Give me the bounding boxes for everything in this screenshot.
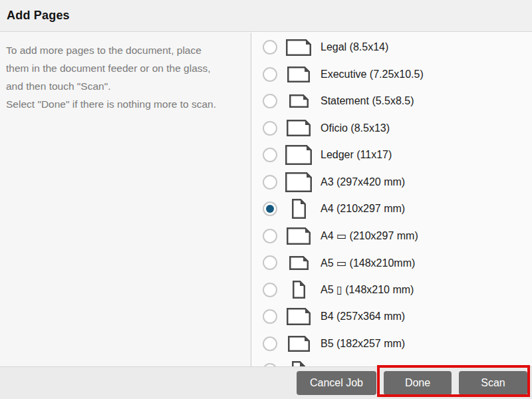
add-pages-dialog: Add Pages To add more pages to the docum…: [0, 0, 532, 399]
paper-size-option[interactable]: A5 ▯ (148x210 mm): [251, 277, 532, 304]
radio-button[interactable]: [263, 229, 277, 243]
page-landscape-icon: [284, 39, 313, 56]
paper-size-label: Ledger (11x17): [321, 149, 392, 161]
page-landscape-icon: [284, 94, 313, 108]
paper-size-label: A3 (297x420 mm): [321, 176, 405, 188]
paper-size-label: B4 (257x364 mm): [321, 311, 405, 323]
radio-button[interactable]: [263, 121, 277, 136]
instruction-line: Select "Done" if there is nothing more t…: [6, 95, 245, 113]
paper-size-option[interactable]: Oficio (8.5x13): [251, 115, 532, 142]
page-landscape-icon: [284, 172, 313, 192]
paper-size-label: Legal (8.5x14): [321, 41, 388, 53]
paper-size-option[interactable]: B4 (257x364 mm): [251, 303, 532, 331]
page-title: Add Pages: [7, 9, 70, 23]
paper-size-label: B5 (182x257 mm): [321, 338, 405, 350]
radio-button[interactable]: [263, 201, 277, 216]
page-landscape-icon: [284, 120, 313, 136]
paper-size-option[interactable]: Executive (7.25x10.5): [251, 61, 532, 88]
instruction-line: them in the document feeder or on the gl…: [6, 59, 245, 77]
radio-button[interactable]: [263, 336, 277, 351]
radio-button[interactable]: [263, 148, 277, 162]
radio-button[interactable]: [263, 40, 277, 55]
instructions-panel: To add more pages to the document, place…: [0, 33, 251, 399]
radio-button[interactable]: [263, 283, 277, 297]
page-landscape-icon: [284, 145, 313, 165]
paper-size-option[interactable]: Legal (8.5x14): [251, 34, 532, 61]
page-landscape-icon: [284, 336, 313, 352]
radio-button[interactable]: [263, 67, 277, 82]
paper-size-label: A5 ▯ (148x210 mm): [321, 283, 414, 296]
paper-size-option[interactable]: Statement (5.5x8.5): [251, 88, 532, 115]
page-landscape-icon: [284, 308, 313, 325]
paper-size-option[interactable]: Ledger (11x17): [251, 142, 532, 169]
page-landscape-icon: [284, 256, 313, 270]
instruction-line: To add more pages to the document, place: [6, 41, 245, 59]
paper-size-label: A4 (210x297 mm): [321, 203, 405, 215]
paper-size-option[interactable]: A5 ▭ (148x210mm): [251, 249, 532, 277]
radio-button[interactable]: [263, 175, 277, 190]
footer-bar: Cancel Job Done Scan: [0, 366, 532, 399]
paper-size-label: A4 ▭ (210x297 mm): [321, 229, 418, 242]
page-landscape-icon: [284, 66, 313, 82]
done-button[interactable]: Done: [384, 371, 452, 395]
paper-size-label: A5 ▭ (148x210mm): [321, 257, 415, 269]
paper-size-option[interactable]: A4 (210x297 mm): [251, 196, 532, 223]
page-landscape-icon: [284, 227, 313, 245]
paper-size-option[interactable]: A4 ▭ (210x297 mm): [251, 223, 532, 250]
paper-size-list: Legal (8.5x14) Executive (7.25x10.5) Sta…: [251, 33, 532, 399]
radio-button[interactable]: [263, 94, 277, 108]
radio-button[interactable]: [263, 309, 277, 324]
radio-button[interactable]: [263, 255, 277, 270]
page-portrait-icon: [284, 281, 313, 299]
paper-size-option[interactable]: A3 (297x420 mm): [251, 169, 532, 196]
dialog-content: To add more pages to the document, place…: [0, 33, 532, 399]
paper-size-label: Executive (7.25x10.5): [321, 68, 424, 80]
dialog-header: Add Pages: [0, 0, 532, 32]
paper-size-label: Oficio (8.5x13): [321, 122, 390, 134]
scan-button[interactable]: Scan: [459, 371, 527, 395]
page-portrait-icon: [284, 199, 313, 219]
paper-size-option[interactable]: B5 (182x257 mm): [251, 331, 532, 358]
paper-size-label: Statement (5.5x8.5): [321, 95, 414, 107]
instruction-line: and then touch "Scan".: [6, 77, 245, 95]
cancel-job-button[interactable]: Cancel Job: [297, 371, 376, 395]
